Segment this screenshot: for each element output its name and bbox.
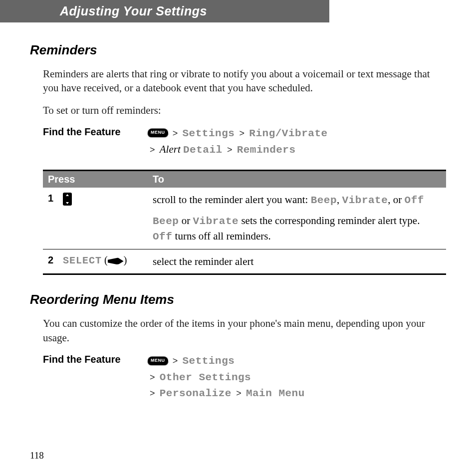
header-title: Adjusting Your Settings — [60, 4, 207, 18]
path-reminders: Reminders — [237, 144, 296, 156]
step-number: 2 — [48, 254, 63, 266]
step-to-cell: scroll to the reminder alert you want: B… — [148, 192, 446, 245]
step-press-cell: 1 — [43, 192, 148, 207]
paren-close: ) — [124, 254, 127, 265]
find-feature-path: MENU > Settings > Other Settings > Perso… — [148, 353, 305, 402]
select-label: SELECT — [63, 255, 102, 266]
sep: , — [337, 194, 342, 206]
breadcrumb-separator: > — [239, 128, 245, 138]
scroll-key-icon — [63, 193, 72, 206]
step-number: 1 — [48, 193, 63, 204]
breadcrumb-separator: > — [173, 356, 178, 366]
sep-or: or — [179, 215, 193, 227]
reminders-description: Reminders are alerts that ring or vibrat… — [43, 67, 446, 95]
paren-open: ( — [102, 254, 108, 265]
breadcrumb-separator: > — [150, 372, 155, 382]
section-reorder-heading: Reordering Menu Items — [30, 292, 446, 307]
option-vibrate: Vibrate — [193, 216, 238, 227]
section-reminders-heading: Reminders — [30, 42, 446, 58]
menu-key-icon: MENU — [147, 129, 168, 137]
sep-or: , or — [388, 194, 404, 206]
path-other-settings: Other Settings — [160, 372, 251, 383]
page-number: 118 — [30, 450, 44, 461]
path-ring-vibrate: Ring/Vibrate — [249, 128, 327, 139]
breadcrumb-separator: > — [236, 388, 241, 398]
path-personalize: Personalize — [160, 388, 232, 399]
option-beep: Beep — [311, 195, 337, 206]
row1-para2-end: turns off all reminders. — [172, 230, 270, 242]
option-off: Off — [153, 231, 172, 242]
select-key-icon — [108, 257, 124, 264]
find-feature-reminders: Find the Feature MENU > Settings > Ring/… — [43, 125, 446, 158]
breadcrumb-separator: > — [150, 145, 155, 155]
page-header: Adjusting Your Settings — [0, 0, 329, 22]
step-press-cell: 2 SELECT () — [43, 253, 148, 267]
reminders-table: Press To 1 scroll to the reminder alert … — [43, 170, 446, 275]
row1-para2-post: sets the corresponding reminder alert ty… — [238, 215, 420, 227]
option-beep: Beep — [153, 216, 179, 227]
option-vibrate: Vibrate — [342, 195, 388, 206]
path-settings: Settings — [183, 128, 235, 139]
find-feature-label: Find the Feature — [43, 353, 148, 365]
table-row: 2 SELECT () select the reminder alert — [43, 249, 446, 273]
path-alert: Alert — [160, 143, 181, 155]
page-content: Reminders Reminders are alerts that ring… — [0, 22, 476, 402]
find-feature-path: MENU > Settings > Ring/Vibrate > Alert D… — [148, 125, 328, 158]
select-key-wrap: SELECT () — [63, 254, 127, 266]
path-settings: Settings — [183, 355, 235, 367]
breadcrumb-separator: > — [227, 145, 233, 155]
step-to-cell: select the reminder alert — [148, 253, 446, 269]
col-to: To — [148, 171, 446, 188]
menu-key-icon: MENU — [147, 356, 168, 365]
option-off: Off — [405, 195, 424, 206]
breadcrumb-separator: > — [150, 388, 155, 398]
table-row: 1 scroll to the reminder alert you want:… — [43, 188, 446, 249]
col-press: Press — [43, 171, 148, 188]
path-detail: Detail — [183, 144, 223, 156]
table-header: Press To — [43, 171, 446, 188]
find-feature-reorder: Find the Feature MENU > Settings > Other… — [43, 353, 446, 402]
reminders-instruction: To set or turn off reminders: — [43, 103, 446, 117]
row1-desc-pre: scroll to the reminder alert you want: — [153, 194, 311, 206]
find-feature-label: Find the Feature — [43, 125, 148, 138]
path-main-menu: Main Menu — [246, 388, 305, 399]
reorder-description: You can customize the order of the items… — [43, 316, 446, 345]
row1-para2: Beep or Vibrate sets the corresponding r… — [153, 214, 441, 244]
breadcrumb-separator: > — [173, 128, 178, 138]
